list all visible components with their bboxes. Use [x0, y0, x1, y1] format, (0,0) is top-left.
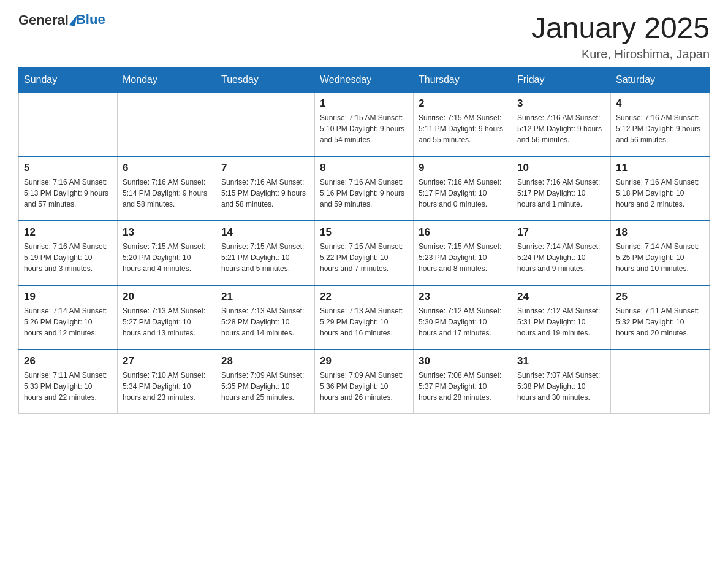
calendar-table: SundayMondayTuesdayWednesdayThursdayFrid…: [18, 67, 710, 415]
day-number: 5: [24, 162, 112, 174]
day-info: Sunrise: 7:16 AM Sunset: 5:17 PM Dayligh…: [419, 177, 507, 210]
week-row-2: 5Sunrise: 7:16 AM Sunset: 5:13 PM Daylig…: [19, 156, 710, 221]
calendar-cell: 25Sunrise: 7:11 AM Sunset: 5:32 PM Dayli…: [611, 285, 710, 350]
day-number: 12: [24, 226, 112, 239]
calendar-cell: 5Sunrise: 7:16 AM Sunset: 5:13 PM Daylig…: [19, 156, 118, 221]
day-info: Sunrise: 7:10 AM Sunset: 5:34 PM Dayligh…: [123, 370, 211, 403]
day-info: Sunrise: 7:13 AM Sunset: 5:29 PM Dayligh…: [320, 305, 408, 339]
calendar-cell: 8Sunrise: 7:16 AM Sunset: 5:16 PM Daylig…: [315, 156, 414, 221]
calendar-cell: 10Sunrise: 7:16 AM Sunset: 5:17 PM Dayli…: [512, 156, 611, 221]
day-info: Sunrise: 7:16 AM Sunset: 5:18 PM Dayligh…: [616, 177, 704, 210]
day-number: 4: [616, 98, 704, 110]
day-number: 11: [616, 162, 704, 174]
calendar-cell: 31Sunrise: 7:07 AM Sunset: 5:38 PM Dayli…: [512, 350, 611, 414]
day-number: 29: [320, 355, 408, 367]
day-info: Sunrise: 7:07 AM Sunset: 5:38 PM Dayligh…: [517, 370, 605, 403]
calendar-cell: 13Sunrise: 7:15 AM Sunset: 5:20 PM Dayli…: [118, 221, 216, 285]
location: Kure, Hiroshima, Japan: [531, 47, 710, 61]
calendar-cell: 28Sunrise: 7:09 AM Sunset: 5:35 PM Dayli…: [216, 350, 315, 414]
day-number: 15: [320, 226, 408, 239]
header-cell-monday: Monday: [118, 67, 216, 92]
day-number: 26: [24, 355, 112, 367]
calendar-cell: [19, 92, 118, 156]
calendar-cell: 17Sunrise: 7:14 AM Sunset: 5:24 PM Dayli…: [512, 221, 611, 285]
day-info: Sunrise: 7:15 AM Sunset: 5:23 PM Dayligh…: [419, 241, 507, 274]
calendar-cell: [611, 350, 710, 414]
day-info: Sunrise: 7:08 AM Sunset: 5:37 PM Dayligh…: [419, 370, 507, 403]
day-number: 21: [221, 291, 309, 303]
calendar-cell: 3Sunrise: 7:16 AM Sunset: 5:12 PM Daylig…: [512, 92, 611, 156]
week-row-3: 12Sunrise: 7:16 AM Sunset: 5:19 PM Dayli…: [19, 221, 710, 285]
day-info: Sunrise: 7:16 AM Sunset: 5:19 PM Dayligh…: [24, 241, 112, 274]
day-number: 16: [419, 226, 507, 239]
day-info: Sunrise: 7:15 AM Sunset: 5:22 PM Dayligh…: [320, 241, 408, 274]
calendar-cell: 14Sunrise: 7:15 AM Sunset: 5:21 PM Dayli…: [216, 221, 315, 285]
day-info: Sunrise: 7:16 AM Sunset: 5:16 PM Dayligh…: [320, 177, 408, 210]
calendar-cell: 16Sunrise: 7:15 AM Sunset: 5:23 PM Dayli…: [414, 221, 512, 285]
calendar-cell: 19Sunrise: 7:14 AM Sunset: 5:26 PM Dayli…: [19, 285, 118, 350]
day-info: Sunrise: 7:16 AM Sunset: 5:13 PM Dayligh…: [24, 177, 112, 210]
day-number: 14: [221, 226, 309, 239]
calendar-cell: 21Sunrise: 7:13 AM Sunset: 5:28 PM Dayli…: [216, 285, 315, 350]
day-number: 1: [320, 98, 408, 110]
day-number: 19: [24, 291, 112, 303]
day-number: 25: [616, 291, 704, 303]
day-number: 31: [517, 355, 605, 367]
day-info: Sunrise: 7:09 AM Sunset: 5:35 PM Dayligh…: [221, 370, 309, 403]
day-number: 18: [616, 226, 704, 239]
header-cell-wednesday: Wednesday: [315, 67, 414, 92]
week-row-5: 26Sunrise: 7:11 AM Sunset: 5:33 PM Dayli…: [19, 350, 710, 414]
calendar-cell: 30Sunrise: 7:08 AM Sunset: 5:37 PM Dayli…: [414, 350, 512, 414]
day-number: 7: [221, 162, 309, 174]
week-row-1: 1Sunrise: 7:15 AM Sunset: 5:10 PM Daylig…: [19, 92, 710, 156]
month-title: January 2025: [531, 12, 710, 45]
day-info: Sunrise: 7:14 AM Sunset: 5:26 PM Dayligh…: [24, 305, 112, 339]
day-info: Sunrise: 7:12 AM Sunset: 5:30 PM Dayligh…: [419, 305, 507, 339]
day-info: Sunrise: 7:15 AM Sunset: 5:21 PM Dayligh…: [221, 241, 309, 274]
day-info: Sunrise: 7:16 AM Sunset: 5:14 PM Dayligh…: [123, 177, 211, 210]
day-info: Sunrise: 7:14 AM Sunset: 5:24 PM Dayligh…: [517, 241, 605, 274]
logo-text-blue: Blue: [76, 12, 105, 28]
day-info: Sunrise: 7:15 AM Sunset: 5:11 PM Dayligh…: [419, 112, 507, 145]
day-info: Sunrise: 7:15 AM Sunset: 5:20 PM Dayligh…: [123, 241, 211, 274]
calendar-cell: 15Sunrise: 7:15 AM Sunset: 5:22 PM Dayli…: [315, 221, 414, 285]
day-info: Sunrise: 7:16 AM Sunset: 5:15 PM Dayligh…: [221, 177, 309, 210]
day-number: 22: [320, 291, 408, 303]
day-number: 2: [419, 98, 507, 110]
day-number: 27: [123, 355, 211, 367]
calendar-cell: [118, 92, 216, 156]
day-number: 24: [517, 291, 605, 303]
calendar-body: 1Sunrise: 7:15 AM Sunset: 5:10 PM Daylig…: [19, 92, 710, 414]
logo: General Blue: [18, 12, 105, 28]
day-info: Sunrise: 7:13 AM Sunset: 5:27 PM Dayligh…: [123, 305, 211, 339]
day-info: Sunrise: 7:16 AM Sunset: 5:12 PM Dayligh…: [517, 112, 605, 145]
header-cell-thursday: Thursday: [414, 67, 512, 92]
day-number: 6: [123, 162, 211, 174]
day-number: 30: [419, 355, 507, 367]
calendar-cell: 20Sunrise: 7:13 AM Sunset: 5:27 PM Dayli…: [118, 285, 216, 350]
title-section: January 2025 Kure, Hiroshima, Japan: [531, 12, 710, 61]
header-cell-sunday: Sunday: [19, 67, 118, 92]
calendar-cell: 11Sunrise: 7:16 AM Sunset: 5:18 PM Dayli…: [611, 156, 710, 221]
calendar-cell: 18Sunrise: 7:14 AM Sunset: 5:25 PM Dayli…: [611, 221, 710, 285]
day-number: 3: [517, 98, 605, 110]
logo-text-general: General: [18, 12, 69, 28]
calendar-cell: 12Sunrise: 7:16 AM Sunset: 5:19 PM Dayli…: [19, 221, 118, 285]
header-cell-saturday: Saturday: [611, 67, 710, 92]
calendar-cell: 29Sunrise: 7:09 AM Sunset: 5:36 PM Dayli…: [315, 350, 414, 414]
day-number: 28: [221, 355, 309, 367]
page-header: General Blue January 2025 Kure, Hiroshim…: [18, 12, 710, 61]
day-number: 10: [517, 162, 605, 174]
day-number: 23: [419, 291, 507, 303]
calendar-cell: 6Sunrise: 7:16 AM Sunset: 5:14 PM Daylig…: [118, 156, 216, 221]
calendar-cell: 26Sunrise: 7:11 AM Sunset: 5:33 PM Dayli…: [19, 350, 118, 414]
header-row: SundayMondayTuesdayWednesdayThursdayFrid…: [19, 67, 710, 92]
day-number: 20: [123, 291, 211, 303]
day-number: 17: [517, 226, 605, 239]
calendar-cell: 27Sunrise: 7:10 AM Sunset: 5:34 PM Dayli…: [118, 350, 216, 414]
header-cell-tuesday: Tuesday: [216, 67, 315, 92]
day-info: Sunrise: 7:11 AM Sunset: 5:32 PM Dayligh…: [616, 305, 704, 339]
day-number: 9: [419, 162, 507, 174]
day-info: Sunrise: 7:13 AM Sunset: 5:28 PM Dayligh…: [221, 305, 309, 339]
calendar-cell: 4Sunrise: 7:16 AM Sunset: 5:12 PM Daylig…: [611, 92, 710, 156]
